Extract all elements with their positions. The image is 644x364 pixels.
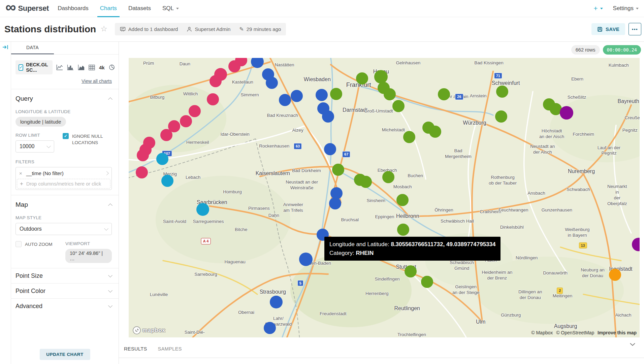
map-style-select[interactable]: Outdoors [15, 223, 112, 235]
nav-item-charts[interactable]: Charts [100, 0, 117, 17]
point-color-section[interactable]: Point Color [15, 284, 112, 298]
last-modified-badge[interactable]: ✎ 29 minutes ago [239, 26, 281, 32]
expand-datasource-icon[interactable] [2, 44, 8, 52]
map-data-point-purple[interactable] [560, 106, 573, 120]
map-data-point-green[interactable] [360, 176, 372, 188]
map-section-header[interactable]: Map [15, 201, 112, 208]
map-data-point-pink[interactable] [137, 149, 149, 161]
pie-chart-icon[interactable] [109, 64, 115, 70]
point-size-section[interactable]: Point Size [15, 268, 112, 283]
map-data-point-blue[interactable] [316, 89, 328, 101]
map-data-point-pink[interactable] [207, 93, 219, 105]
attribution-osm[interactable]: © OpenStreetMap [556, 330, 594, 335]
row-limit-select[interactable]: 10000 [15, 140, 54, 153]
filter-item-time[interactable]: × __time (No filter) [17, 168, 110, 178]
query-timer-badge: 00:00:00.24 [603, 45, 641, 55]
map-data-point-green[interactable] [421, 276, 433, 288]
map-data-point-green[interactable] [330, 88, 342, 100]
mapbox-logo[interactable]: mapbox [133, 326, 165, 334]
remove-filter-icon[interactable]: × [19, 170, 22, 176]
map-data-point-pink[interactable] [210, 75, 222, 87]
update-chart-button[interactable]: UPDATE CHART [39, 349, 90, 360]
collapse-results-chevron-icon[interactable] [630, 341, 635, 348]
map-data-point-blue[interactable] [324, 143, 336, 155]
bar-chart-icon[interactable] [67, 64, 74, 70]
map-data-point-blue[interactable] [279, 94, 291, 106]
map-data-point-blue[interactable] [322, 110, 334, 123]
mapbox-icon [133, 326, 141, 334]
improve-map-link[interactable]: Improve this map [598, 330, 637, 335]
map-data-point-green[interactable] [403, 131, 415, 143]
row-limit-label: ROW LIMIT [15, 133, 63, 138]
map-data-point-purple[interactable] [632, 238, 640, 251]
viz-4k-label[interactable]: 4k [99, 65, 105, 70]
viz-type-selected[interactable]: ✓ DECK.GL SC... [15, 60, 53, 74]
map-city-label: Kastellaun [232, 79, 253, 85]
map-data-point-green[interactable] [356, 72, 368, 85]
map-data-point-green[interactable] [405, 265, 417, 277]
nav-item-dashboards[interactable]: Dashboards [58, 0, 89, 17]
save-button[interactable]: SAVE [591, 23, 625, 35]
map-data-point-blue[interactable] [266, 77, 278, 89]
map-data-point-pink[interactable] [189, 105, 201, 117]
line-chart-icon[interactable] [56, 64, 63, 70]
map-data-point-cyan[interactable] [196, 203, 209, 216]
favorite-star-icon[interactable]: ☆ [100, 24, 107, 33]
map-data-point-blue[interactable] [299, 253, 313, 266]
map-data-point-green[interactable] [374, 70, 388, 84]
table-icon[interactable] [89, 65, 95, 70]
map-data-point-blue[interactable] [264, 322, 276, 334]
map-data-point-cyan[interactable] [161, 175, 173, 187]
tab-samples[interactable]: SAMPLES [158, 346, 182, 352]
map-city-label: Wiesbaden [304, 76, 331, 83]
map-city-label: Annweiler am Trifels [283, 202, 303, 213]
map-data-point-green[interactable] [496, 86, 508, 98]
map-data-point-pink[interactable] [160, 129, 172, 141]
map-data-point-blue[interactable] [270, 296, 283, 308]
new-item-button[interactable]: + [593, 4, 603, 12]
settings-menu[interactable]: Settings [613, 5, 639, 12]
map-data-point-green[interactable] [392, 100, 405, 112]
more-options-button[interactable]: ••• [629, 23, 641, 35]
attribution-mapbox[interactable]: © Mapbox [531, 330, 553, 335]
map-data-point-blue[interactable] [251, 58, 264, 68]
map-data-point-green[interactable] [495, 110, 507, 123]
map-data-point-green[interactable] [396, 194, 409, 206]
map-data-point-blue[interactable] [291, 90, 303, 102]
owner-badge[interactable]: Superset Admin [187, 26, 230, 32]
map-data-point-pink[interactable] [180, 115, 192, 127]
area-chart-icon[interactable] [78, 64, 85, 70]
map-data-point-green[interactable] [382, 171, 394, 183]
filter-drop-area[interactable]: + Drop columns/metrics here or click [17, 179, 110, 189]
map-data-point-pink[interactable] [136, 166, 148, 178]
deckgl-map[interactable]: PrümDaunNastättenGelnhausenBad Kissingen… [129, 58, 640, 337]
map-data-point-green[interactable] [384, 88, 396, 100]
nav-item-datasets[interactable]: Datasets [128, 0, 151, 17]
view-all-charts-link[interactable]: View all charts [15, 78, 112, 84]
viewport-value-pill[interactable]: 10° 24' 49.86" | … [65, 249, 112, 263]
map-data-point-green[interactable] [429, 126, 441, 138]
auto-zoom-checkbox[interactable] [15, 241, 22, 247]
map-data-point-blue[interactable] [329, 197, 341, 209]
map-data-point-cyan[interactable] [156, 153, 168, 165]
map-city-label: Dahn [268, 213, 279, 219]
dashboard-count-badge[interactable]: Added to 1 dashboard [120, 26, 178, 32]
map-city-label: Gelnhausen [396, 60, 420, 66]
chart-meta: Added to 1 dashboard Superset Admin ✎ 29… [115, 23, 286, 35]
road-shield: 67 [342, 151, 350, 157]
map-data-point-green[interactable] [397, 224, 409, 236]
map-city-label: Neustadt an der Aisch [530, 144, 555, 155]
lonlat-value-pill[interactable]: longitude | latitude [15, 117, 66, 127]
tab-data[interactable]: DATA [11, 41, 54, 54]
map-data-point-green[interactable] [332, 164, 344, 176]
query-section-header[interactable]: Query [15, 95, 112, 102]
advanced-section[interactable]: Advanced [15, 299, 112, 313]
road-shield: 63 [294, 143, 302, 149]
map-city-label: Creußen [625, 115, 640, 121]
tab-results[interactable]: RESULTS [124, 346, 147, 352]
ignore-null-checkbox[interactable]: ✓ [63, 133, 69, 139]
nav-item-sql[interactable]: SQL [162, 0, 179, 17]
superset-logo[interactable]: ∞ Superset [5, 4, 49, 13]
map-data-point-green[interactable] [438, 88, 450, 100]
map-data-point-orange[interactable] [609, 269, 621, 281]
